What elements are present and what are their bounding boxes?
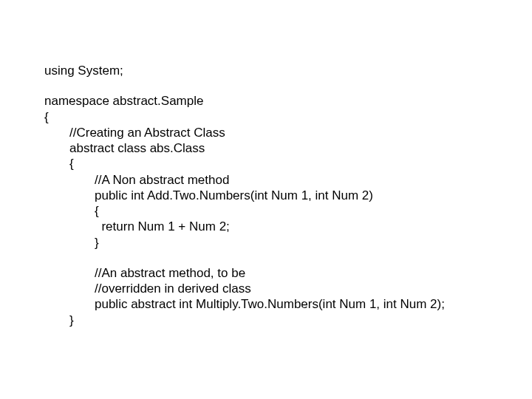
code-line: { bbox=[69, 156, 532, 171]
code-line: { bbox=[44, 109, 532, 125]
code-line: using System; bbox=[44, 63, 532, 78]
code-line: } bbox=[95, 235, 532, 250]
blank-line bbox=[44, 250, 532, 265]
code-line: public abstract int Multiply.Two.Numbers… bbox=[95, 296, 532, 312]
code-block: using System; namespace abstract.Sample … bbox=[0, 0, 532, 328]
code-line: abstract class abs.Class bbox=[69, 140, 532, 156]
code-line: //An abstract method, to be bbox=[95, 265, 532, 281]
code-line: { bbox=[95, 203, 532, 219]
blank-line bbox=[44, 78, 532, 93]
code-line: public int Add.Two.Numbers(int Num 1, in… bbox=[95, 188, 532, 203]
code-line: return Num 1 + Num 2; bbox=[95, 219, 532, 234]
code-line: //Creating an Abstract Class bbox=[69, 125, 532, 140]
code-line: namespace abstract.Sample bbox=[44, 93, 532, 109]
code-line: } bbox=[69, 313, 532, 328]
code-line: //A Non abstract method bbox=[95, 172, 532, 188]
code-line: //overridden in derived class bbox=[95, 281, 532, 296]
